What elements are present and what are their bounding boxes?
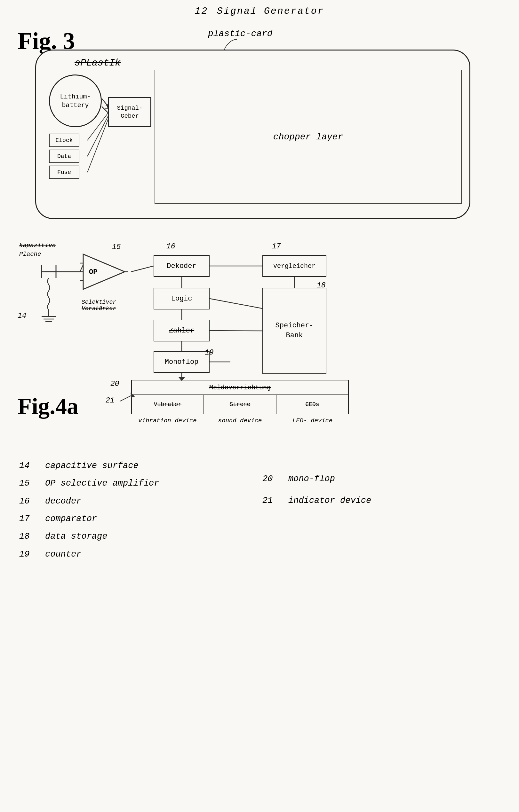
svg-line-31 <box>120 395 133 401</box>
signal-line2: Geber <box>120 112 139 120</box>
legend-right: 20 mono-flop 21 indicator device <box>263 468 371 512</box>
legend-num-14: 14 <box>19 461 29 471</box>
selektiver-label: Selektiver Verstärker <box>82 299 116 312</box>
speicher-line1: Speicher- <box>275 322 313 329</box>
header-title: Signal Generator <box>217 6 324 17</box>
leds-label: CEDs <box>305 401 319 408</box>
fig4a-label: Fig.4a <box>18 393 78 420</box>
page: 12 Signal Generator Fig. 3 plastic-card … <box>0 0 519 812</box>
meldung-sub-labels: vibration device sound device LED- devic… <box>131 417 349 425</box>
card-outline: sPLastIk Lithium-battery 12 Signal- Gebe… <box>35 50 470 219</box>
legend-text-18: data storage <box>45 532 107 541</box>
legend-num-21: 21 <box>263 496 273 505</box>
monoflop-box: Monoflop <box>154 351 210 373</box>
meldung-sub-boxes: Vibrator Sirene CEDs <box>131 395 349 414</box>
battery-text: Lithium-battery <box>60 92 90 110</box>
legend-num-15: 15 <box>19 478 29 488</box>
logic-label: Logic <box>171 295 192 303</box>
vergleicher-box: Vergleicher <box>263 255 326 277</box>
legend-item-21: 21 indicator device <box>263 490 371 512</box>
legend-text-16: decoder <box>45 496 81 506</box>
ref-21: 21 <box>106 397 114 405</box>
plastik-label: sPLastIk <box>75 58 120 68</box>
svg-text:OP: OP <box>89 268 97 276</box>
svg-line-20 <box>131 266 154 272</box>
op-amp-svg: OP <box>80 251 128 292</box>
legend-num-16: 16 <box>19 496 29 506</box>
meldung-header-text: Meldovorrichtung <box>209 384 271 391</box>
legend-num-19: 19 <box>19 550 29 559</box>
legend-text-14: capacitive surface <box>45 461 139 471</box>
ref-17: 17 <box>272 242 281 251</box>
ref-16: 16 <box>166 242 175 251</box>
svg-line-28 <box>210 330 263 331</box>
cap-line1: kapazitive <box>19 242 56 249</box>
legend-item-18: 18 data storage <box>19 528 159 545</box>
selektiver-line1: Selektiver <box>82 299 116 305</box>
legend-text-15: OP selective amplifier <box>45 478 159 488</box>
chopper-label: chopper layer <box>273 132 343 142</box>
legend-text-21: indicator device <box>288 496 371 505</box>
legend-item-15: 15 OP selective amplifier <box>19 475 159 492</box>
ref-15: 15 <box>112 243 121 251</box>
svg-line-27 <box>210 298 263 309</box>
legend-text-19: counter <box>45 550 81 559</box>
vergleicher-label: Vergleicher <box>273 262 316 270</box>
legend-item-14: 14 capacitive surface <box>19 457 159 475</box>
battery-circle: Lithium-battery <box>49 75 102 127</box>
legend-item-17: 17 comparator <box>19 510 159 528</box>
leds-box: CEDs <box>276 395 348 414</box>
zahler-label: Zähler <box>169 327 194 335</box>
chopper-area: chopper layer <box>155 70 462 204</box>
legend-item-19: 19 counter <box>19 546 159 563</box>
header-area: 12 Signal Generator <box>0 6 519 17</box>
vibrator-box: Vibrator <box>132 395 204 414</box>
ref-14: 14 <box>18 312 27 320</box>
monoflop-label: Monoflop <box>165 358 199 366</box>
data-label: Data <box>57 153 71 160</box>
sound-text: sound device <box>218 417 262 424</box>
legend-text-20: mono-flop <box>288 474 335 484</box>
logic-box: Logic <box>154 288 210 310</box>
legend-num-18: 18 <box>19 532 29 541</box>
legend-num-20: 20 <box>263 474 273 484</box>
sirene-label: Sirene <box>230 401 250 408</box>
svg-line-4 <box>87 119 108 172</box>
legend-num-17: 17 <box>19 514 29 524</box>
fuse-box: Fuse <box>49 166 79 179</box>
signal-line1: Signal- <box>117 104 143 112</box>
fuse-label: Fuse <box>57 169 71 175</box>
decoder-box: Dekoder <box>154 255 210 277</box>
selektiver-line2: Verstärker <box>82 305 116 312</box>
ref-19: 19 <box>205 348 214 357</box>
sound-sublabel: sound device <box>204 417 276 425</box>
decoder-label: Dekoder <box>167 262 196 270</box>
vibrator-label: Vibrator <box>154 401 182 408</box>
meldung-container: Meldovorrichtung Vibrator Sirene CEDs vi… <box>131 380 349 425</box>
meldung-header: Meldovorrichtung <box>131 380 349 395</box>
speicher-box: Speicher- Bank <box>263 288 326 374</box>
led-text: LED- device <box>293 417 332 424</box>
speicher-line2: Bank <box>286 331 303 340</box>
signal-box: Signal- Geber <box>108 97 152 127</box>
vibration-text: vibration device <box>138 417 196 424</box>
ref-20: 20 <box>110 380 119 388</box>
ref-18: 18 <box>317 281 326 290</box>
header-ref: 12 <box>195 6 208 17</box>
plastic-card-label: plastic-card <box>208 29 273 39</box>
data-box: Data <box>49 150 79 163</box>
sirene-box: Sirene <box>204 395 276 414</box>
fig4a-section: kapazitive Plache 14 OP <box>0 233 519 483</box>
clock-box: Clock <box>49 134 79 147</box>
legend-item-16: 16 decoder <box>19 493 159 510</box>
zahler-box: Zähler <box>154 320 210 341</box>
legend-text-17: comparator <box>45 514 97 524</box>
vibration-sublabel: vibration device <box>131 417 204 425</box>
cap-plate-svg <box>32 253 80 326</box>
legend-left: 14 capacitive surface 15 OP selective am… <box>19 457 159 563</box>
led-sublabel: LED- device <box>276 417 349 425</box>
clock-label: Clock <box>55 137 73 144</box>
legend-item-20: 20 mono-flop <box>263 468 371 490</box>
